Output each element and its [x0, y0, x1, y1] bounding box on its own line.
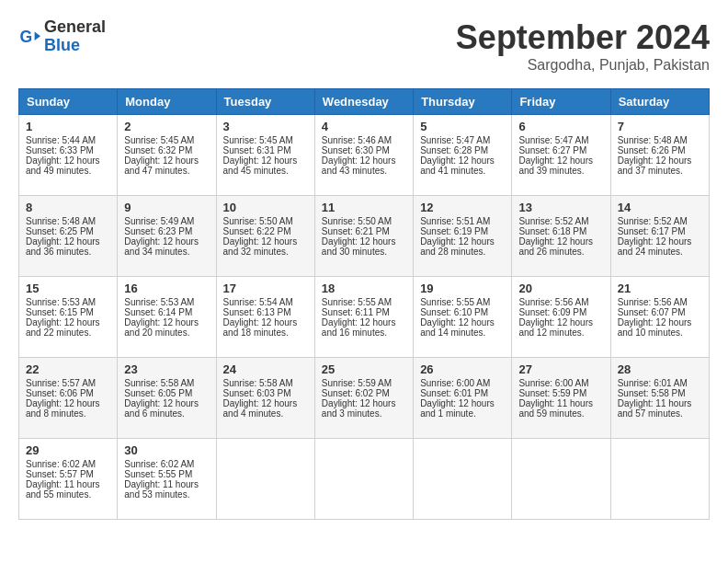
col-monday: Monday	[118, 89, 216, 115]
daylight-label: Daylight: 11 hours and 59 minutes.	[518, 398, 593, 419]
sunset-text: Sunset: 6:14 PM	[124, 307, 192, 317]
sunrise-text: Sunrise: 5:58 AM	[223, 378, 293, 388]
sunset-text: Sunset: 5:58 PM	[618, 388, 686, 398]
calendar-cell: 27Sunrise: 6:00 AMSunset: 5:59 PMDayligh…	[512, 358, 610, 439]
daylight-label: Daylight: 12 hours and 12 minutes.	[518, 317, 593, 338]
sunset-text: Sunset: 6:05 PM	[124, 388, 192, 398]
day-number: 13	[518, 201, 603, 214]
sunset-text: Sunset: 6:03 PM	[223, 388, 291, 398]
sunset-text: Sunset: 6:02 PM	[322, 388, 390, 398]
calendar-cell: 8Sunrise: 5:48 AMSunset: 6:25 PMDaylight…	[19, 196, 118, 277]
calendar-cell	[414, 439, 512, 520]
sunset-text: Sunset: 6:06 PM	[26, 388, 94, 398]
sunrise-text: Sunrise: 5:47 AM	[420, 135, 490, 145]
daylight-label: Daylight: 12 hours and 6 minutes.	[124, 398, 199, 419]
sunset-text: Sunset: 6:17 PM	[618, 226, 686, 236]
sunset-text: Sunset: 6:19 PM	[420, 226, 488, 236]
col-sunday: Sunday	[19, 89, 118, 115]
calendar-cell: 4Sunrise: 5:46 AMSunset: 6:30 PMDaylight…	[314, 115, 413, 196]
day-number: 19	[420, 282, 505, 295]
day-number: 18	[322, 282, 406, 295]
daylight-label: Daylight: 12 hours and 32 minutes.	[223, 236, 298, 257]
calendar-cell: 13Sunrise: 5:52 AMSunset: 6:18 PMDayligh…	[512, 196, 610, 277]
daylight-label: Daylight: 12 hours and 24 minutes.	[618, 236, 692, 257]
calendar-cell: 1Sunrise: 5:44 AMSunset: 6:33 PMDaylight…	[19, 115, 118, 196]
day-number: 28	[618, 362, 702, 376]
day-number: 10	[223, 201, 308, 214]
day-number: 14	[618, 201, 702, 214]
day-number: 30	[124, 443, 209, 457]
calendar-cell: 29Sunrise: 6:02 AMSunset: 5:57 PMDayligh…	[19, 439, 118, 520]
calendar-cell: 20Sunrise: 5:56 AMSunset: 6:09 PMDayligh…	[512, 277, 610, 358]
daylight-label: Daylight: 12 hours and 28 minutes.	[420, 236, 495, 257]
calendar-cell	[512, 439, 610, 520]
daylight-label: Daylight: 12 hours and 3 minutes.	[322, 398, 396, 419]
day-number: 11	[322, 201, 406, 214]
month-title: September 2024	[456, 18, 710, 57]
sunset-text: Sunset: 6:21 PM	[322, 226, 390, 236]
logo-icon: G	[18, 26, 40, 48]
calendar-cell: 6Sunrise: 5:47 AMSunset: 6:27 PMDaylight…	[512, 115, 610, 196]
logo-line1: General	[44, 18, 106, 37]
calendar-row: 1Sunrise: 5:44 AMSunset: 6:33 PMDaylight…	[19, 115, 710, 196]
sunrise-text: Sunrise: 5:47 AM	[518, 135, 588, 145]
day-number: 26	[420, 362, 505, 376]
daylight-label: Daylight: 12 hours and 45 minutes.	[223, 155, 298, 176]
day-number: 29	[26, 443, 110, 457]
daylight-label: Daylight: 12 hours and 1 minute.	[420, 398, 495, 419]
calendar-row: 8Sunrise: 5:48 AMSunset: 6:25 PMDaylight…	[19, 196, 710, 277]
day-number: 15	[26, 282, 110, 295]
sunrise-text: Sunrise: 5:57 AM	[26, 378, 96, 388]
daylight-label: Daylight: 12 hours and 34 minutes.	[124, 236, 199, 257]
sunset-text: Sunset: 6:23 PM	[124, 226, 192, 236]
day-number: 16	[124, 282, 209, 295]
daylight-label: Daylight: 12 hours and 36 minutes.	[26, 236, 100, 257]
sunrise-text: Sunrise: 5:58 AM	[124, 378, 194, 388]
sunrise-text: Sunrise: 5:48 AM	[26, 216, 96, 226]
daylight-label: Daylight: 12 hours and 47 minutes.	[124, 155, 199, 176]
daylight-label: Daylight: 12 hours and 30 minutes.	[322, 236, 396, 257]
col-thursday: Thursday	[414, 89, 512, 115]
sunrise-text: Sunrise: 5:49 AM	[124, 216, 194, 226]
day-number: 27	[518, 362, 603, 376]
daylight-label: Daylight: 11 hours and 57 minutes.	[618, 398, 692, 419]
daylight-label: Daylight: 12 hours and 22 minutes.	[26, 317, 100, 338]
calendar-cell: 15Sunrise: 5:53 AMSunset: 6:15 PMDayligh…	[19, 277, 118, 358]
sunset-text: Sunset: 6:25 PM	[26, 226, 94, 236]
daylight-label: Daylight: 12 hours and 8 minutes.	[26, 398, 100, 419]
day-number: 17	[223, 282, 308, 295]
sunrise-text: Sunrise: 6:00 AM	[420, 378, 490, 388]
calendar-table: Sunday Monday Tuesday Wednesday Thursday…	[18, 88, 710, 520]
calendar-cell: 5Sunrise: 5:47 AMSunset: 6:28 PMDaylight…	[414, 115, 512, 196]
sunset-text: Sunset: 6:31 PM	[223, 145, 291, 155]
sunrise-text: Sunrise: 5:53 AM	[26, 297, 96, 307]
calendar-cell	[610, 439, 709, 520]
calendar-cell	[314, 439, 413, 520]
day-number: 21	[618, 282, 702, 295]
daylight-label: Daylight: 12 hours and 41 minutes.	[420, 155, 495, 176]
calendar-cell	[216, 439, 314, 520]
sunset-text: Sunset: 6:09 PM	[518, 307, 586, 317]
sunrise-text: Sunrise: 5:46 AM	[322, 135, 392, 145]
sunset-text: Sunset: 6:26 PM	[618, 145, 686, 155]
daylight-label: Daylight: 12 hours and 20 minutes.	[124, 317, 199, 338]
sunset-text: Sunset: 5:55 PM	[124, 469, 192, 479]
day-number: 22	[26, 362, 110, 376]
sunset-text: Sunset: 6:13 PM	[223, 307, 291, 317]
day-number: 4	[322, 120, 406, 133]
daylight-label: Daylight: 12 hours and 43 minutes.	[322, 155, 396, 176]
day-number: 8	[26, 201, 110, 214]
calendar-cell: 22Sunrise: 5:57 AMSunset: 6:06 PMDayligh…	[19, 358, 118, 439]
day-number: 23	[124, 362, 209, 376]
col-saturday: Saturday	[610, 89, 709, 115]
sunrise-text: Sunrise: 5:50 AM	[223, 216, 293, 226]
col-wednesday: Wednesday	[314, 89, 413, 115]
daylight-label: Daylight: 12 hours and 49 minutes.	[26, 155, 100, 176]
sunrise-text: Sunrise: 5:59 AM	[322, 378, 392, 388]
calendar-cell: 14Sunrise: 5:52 AMSunset: 6:17 PMDayligh…	[610, 196, 709, 277]
col-friday: Friday	[512, 89, 610, 115]
sunrise-text: Sunrise: 5:51 AM	[420, 216, 490, 226]
calendar-cell: 3Sunrise: 5:45 AMSunset: 6:31 PMDaylight…	[216, 115, 314, 196]
day-number: 2	[124, 120, 209, 133]
sunset-text: Sunset: 6:10 PM	[420, 307, 488, 317]
